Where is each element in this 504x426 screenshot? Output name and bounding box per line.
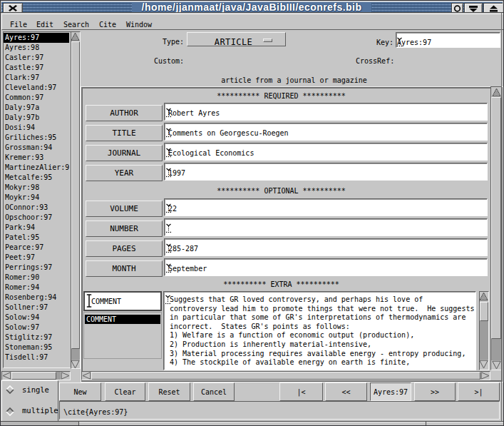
- window-border: [0, 0, 504, 426]
- application-window: /home/jjanmaat/java/JavaBibIII/econrefs.…: [0, 0, 504, 426]
